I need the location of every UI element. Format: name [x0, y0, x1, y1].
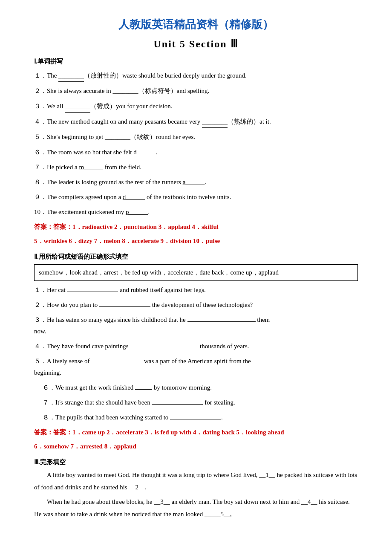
question-3: ３．We all ________（赞成）you for your decisi…: [34, 101, 358, 113]
s2q7-blank: [152, 404, 203, 405]
s2-question-8: ８．The pupils that had been watching star…: [43, 412, 358, 423]
question-8: ８．The leader is losing ground as the res…: [34, 176, 358, 188]
s2q6-blank: [135, 389, 152, 390]
section3-label: Ⅲ.完形填空: [34, 458, 358, 466]
passage-p2: When he had gone about three blocks, he …: [34, 496, 358, 520]
section1-answer1: 答案：答案：1．radioactive 2．punctuation 3．appl…: [34, 221, 358, 233]
s2q1-blank: [67, 292, 118, 292]
s2q5-blank: [91, 363, 142, 363]
question-7: ７．He picked a m______ from the field.: [34, 162, 358, 173]
section2-answer1: 答案：答案：1．came up 2．accelerate 3．is fed up…: [34, 427, 358, 438]
q4-blank: ________: [202, 116, 228, 128]
s2-question-3: ３．He has eaten so many eggs since his ch…: [34, 314, 358, 337]
question-6: ６．The room was so hot that she felt d___…: [34, 147, 358, 158]
question-9: ９．The compilers agreed upon a d______ of…: [34, 191, 358, 203]
s2-question-2: ２．How do you plan to the development of …: [34, 299, 358, 311]
q1-num: １．The: [34, 72, 58, 79]
q1-blank: ________: [58, 70, 84, 82]
main-title: 人教版英语精品资料（精修版）: [34, 17, 358, 32]
section2-label: Ⅱ.用所给词或短语的正确形式填空: [34, 253, 358, 261]
s2q3-blank: [187, 321, 256, 322]
section1-answer2: 5．wrinkles 6．dizzy 7．melon 8．accelerate …: [34, 235, 358, 247]
passage-p1: A little boy wanted to meet God. He thou…: [34, 469, 358, 493]
s2-question-7: ７．It's strange that she should have been…: [43, 397, 358, 408]
unit-text: Unit 5 Section Ⅲ: [154, 38, 239, 49]
q2-blank: ________: [113, 85, 138, 97]
question-10: 10．The excitement quickened my p______.: [34, 206, 358, 218]
question-1: １．The ________（放射性的）waste should be buri…: [34, 70, 358, 82]
phrase-box: somehow，look ahead，arrest，be fed up with…: [34, 264, 358, 281]
question-2: ２．She is always accurate in ________（标点符…: [34, 85, 358, 97]
s2-question-1: １．Her cat and rubbed itself against her …: [34, 284, 358, 296]
q3-blank: ________: [65, 101, 90, 113]
s2-question-6: ６．We must get the work finished by tomor…: [43, 382, 358, 393]
section1-label: Ⅰ.单词拼写: [34, 58, 358, 66]
s2q2-blank: [99, 306, 150, 307]
s2q8-blank: [170, 419, 221, 419]
section2-answer2: 6．somehow 7．arrested 8．applaud: [34, 441, 358, 452]
q5-blank: ________: [105, 131, 130, 143]
s2-question-4: ４．They have found cave paintings thousan…: [34, 341, 358, 352]
question-4: ４．The new method caught on and many peas…: [34, 116, 358, 128]
s2q4-blank: [130, 348, 198, 348]
question-5: ５．She's beginning to get ________（皱纹）rou…: [34, 131, 358, 143]
s2-question-5: ５．A lively sense of was a part of the Am…: [34, 356, 358, 379]
unit-title: Unit 5 Section Ⅲ: [34, 38, 358, 50]
